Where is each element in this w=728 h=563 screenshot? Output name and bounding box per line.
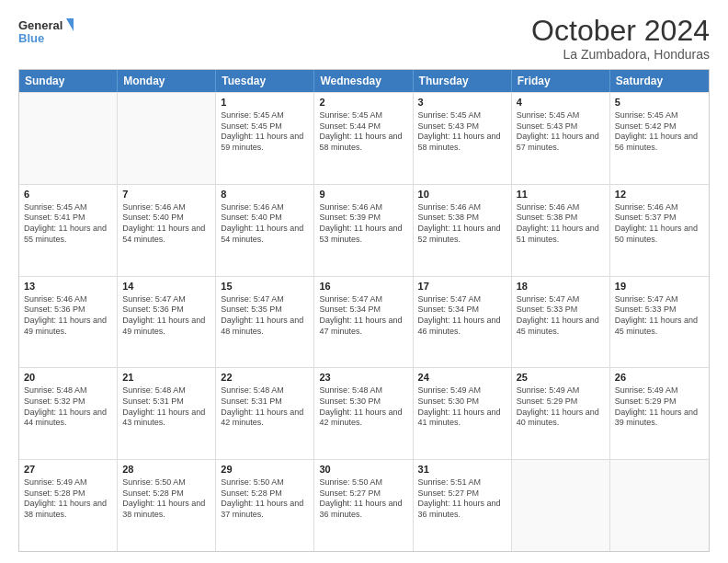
sunset-text: Sunset: 5:36 PM [24, 304, 112, 316]
day-header-monday: Monday [118, 70, 216, 92]
daylight-text: Daylight: 11 hours and 54 minutes. [122, 224, 210, 245]
sunrise-text: Sunrise: 5:48 AM [122, 385, 210, 396]
calendar-cell: 28 Sunrise: 5:50 AM Sunset: 5:28 PM Dayl… [118, 460, 216, 551]
day-number: 3 [418, 96, 506, 109]
daylight-text: Daylight: 11 hours and 57 minutes. [517, 132, 605, 153]
day-number: 27 [24, 463, 112, 477]
sunrise-text: Sunrise: 5:48 AM [221, 385, 309, 396]
calendar-cell [19, 93, 118, 184]
sunrise-text: Sunrise: 5:50 AM [122, 477, 210, 488]
sunrise-text: Sunrise: 5:45 AM [615, 110, 704, 121]
day-number: 21 [122, 371, 210, 385]
calendar-week-5: 27 Sunrise: 5:49 AM Sunset: 5:28 PM Dayl… [19, 459, 709, 551]
sunset-text: Sunset: 5:30 PM [319, 396, 407, 408]
daylight-text: Daylight: 11 hours and 49 minutes. [122, 316, 210, 337]
sunset-text: Sunset: 5:42 PM [615, 121, 704, 132]
day-number: 18 [517, 280, 605, 293]
sunset-text: Sunset: 5:34 PM [319, 304, 407, 316]
day-number: 30 [319, 463, 407, 477]
location: La Zumbadora, Honduras [531, 47, 710, 62]
sunrise-text: Sunrise: 5:45 AM [221, 110, 309, 121]
sunset-text: Sunset: 5:28 PM [122, 488, 210, 500]
sunset-text: Sunset: 5:43 PM [517, 121, 605, 132]
sunrise-text: Sunrise: 5:45 AM [24, 202, 112, 213]
calendar-header: SundayMondayTuesdayWednesdayThursdayFrid… [19, 70, 709, 92]
daylight-text: Daylight: 11 hours and 36 minutes. [319, 499, 407, 520]
sunrise-text: Sunrise: 5:46 AM [221, 202, 309, 213]
calendar-cell: 16 Sunrise: 5:47 AM Sunset: 5:34 PM Dayl… [314, 277, 413, 368]
day-header-thursday: Thursday [414, 70, 512, 92]
day-number: 24 [418, 371, 506, 385]
calendar-cell: 2 Sunrise: 5:45 AM Sunset: 5:44 PM Dayli… [314, 93, 413, 184]
day-number: 20 [24, 371, 112, 385]
calendar-week-3: 13 Sunrise: 5:46 AM Sunset: 5:36 PM Dayl… [19, 276, 709, 368]
calendar-cell: 20 Sunrise: 5:48 AM Sunset: 5:32 PM Dayl… [19, 368, 118, 459]
sunrise-text: Sunrise: 5:45 AM [517, 110, 605, 121]
sunrise-text: Sunrise: 5:50 AM [221, 477, 309, 488]
sunrise-text: Sunrise: 5:46 AM [122, 202, 210, 213]
daylight-text: Daylight: 11 hours and 55 minutes. [24, 224, 112, 245]
calendar-cell: 24 Sunrise: 5:49 AM Sunset: 5:30 PM Dayl… [414, 368, 512, 459]
calendar-cell [610, 460, 709, 551]
calendar-cell: 14 Sunrise: 5:47 AM Sunset: 5:36 PM Dayl… [118, 277, 216, 368]
sunset-text: Sunset: 5:41 PM [24, 213, 112, 224]
sunset-text: Sunset: 5:34 PM [418, 304, 506, 316]
calendar-cell: 17 Sunrise: 5:47 AM Sunset: 5:34 PM Dayl… [414, 277, 512, 368]
calendar-week-2: 6 Sunrise: 5:45 AM Sunset: 5:41 PM Dayli… [19, 184, 709, 276]
sunrise-text: Sunrise: 5:47 AM [418, 294, 506, 305]
sunset-text: Sunset: 5:43 PM [418, 121, 506, 132]
calendar-cell: 31 Sunrise: 5:51 AM Sunset: 5:27 PM Dayl… [414, 460, 512, 551]
day-number: 16 [319, 280, 407, 293]
daylight-text: Daylight: 11 hours and 42 minutes. [319, 408, 407, 429]
daylight-text: Daylight: 11 hours and 39 minutes. [615, 408, 704, 429]
daylight-text: Daylight: 11 hours and 52 minutes. [418, 224, 506, 245]
daylight-text: Daylight: 11 hours and 46 minutes. [418, 316, 506, 337]
sunrise-text: Sunrise: 5:47 AM [517, 294, 605, 305]
day-header-saturday: Saturday [610, 70, 709, 92]
sunrise-text: Sunrise: 5:49 AM [615, 385, 704, 396]
calendar-cell: 15 Sunrise: 5:47 AM Sunset: 5:35 PM Dayl… [216, 277, 314, 368]
daylight-text: Daylight: 11 hours and 51 minutes. [517, 224, 605, 245]
sunrise-text: Sunrise: 5:46 AM [24, 294, 112, 305]
calendar-cell: 3 Sunrise: 5:45 AM Sunset: 5:43 PM Dayli… [414, 93, 512, 184]
sunrise-text: Sunrise: 5:45 AM [319, 110, 407, 121]
daylight-text: Daylight: 11 hours and 53 minutes. [319, 224, 407, 245]
sunset-text: Sunset: 5:37 PM [615, 213, 704, 224]
sunset-text: Sunset: 5:32 PM [24, 396, 112, 408]
sunset-text: Sunset: 5:28 PM [221, 488, 309, 500]
svg-marker-2 [66, 18, 74, 31]
day-number: 17 [418, 280, 506, 293]
day-number: 23 [319, 371, 407, 385]
sunrise-text: Sunrise: 5:48 AM [319, 385, 407, 396]
sunset-text: Sunset: 5:45 PM [221, 121, 309, 132]
day-number: 1 [221, 96, 309, 109]
daylight-text: Daylight: 11 hours and 36 minutes. [418, 499, 506, 520]
sunrise-text: Sunrise: 5:46 AM [418, 202, 506, 213]
header: General Blue October 2024 La Zumbadora, … [18, 15, 710, 62]
day-number: 14 [122, 280, 210, 293]
sunrise-text: Sunrise: 5:49 AM [418, 385, 506, 396]
daylight-text: Daylight: 11 hours and 58 minutes. [418, 132, 506, 153]
day-number: 31 [418, 463, 506, 477]
day-header-sunday: Sunday [19, 70, 118, 92]
sunrise-text: Sunrise: 5:46 AM [319, 202, 407, 213]
sunrise-text: Sunrise: 5:50 AM [319, 477, 407, 488]
day-number: 9 [319, 188, 407, 201]
day-number: 25 [517, 371, 605, 385]
day-number: 6 [24, 188, 112, 201]
logo: General Blue [18, 15, 74, 52]
calendar-cell: 6 Sunrise: 5:45 AM Sunset: 5:41 PM Dayli… [19, 185, 118, 276]
calendar-cell: 9 Sunrise: 5:46 AM Sunset: 5:39 PM Dayli… [314, 185, 413, 276]
sunset-text: Sunset: 5:27 PM [418, 488, 506, 500]
day-number: 26 [615, 371, 704, 385]
day-number: 7 [122, 188, 210, 201]
daylight-text: Daylight: 11 hours and 41 minutes. [418, 408, 506, 429]
daylight-text: Daylight: 11 hours and 37 minutes. [221, 499, 309, 520]
title-block: October 2024 La Zumbadora, Honduras [531, 15, 710, 62]
calendar-cell: 21 Sunrise: 5:48 AM Sunset: 5:31 PM Dayl… [118, 368, 216, 459]
calendar-cell: 27 Sunrise: 5:49 AM Sunset: 5:28 PM Dayl… [19, 460, 118, 551]
sunset-text: Sunset: 5:35 PM [221, 304, 309, 316]
calendar-cell: 8 Sunrise: 5:46 AM Sunset: 5:40 PM Dayli… [216, 185, 314, 276]
calendar-cell: 18 Sunrise: 5:47 AM Sunset: 5:33 PM Dayl… [512, 277, 610, 368]
sunset-text: Sunset: 5:30 PM [418, 396, 506, 408]
